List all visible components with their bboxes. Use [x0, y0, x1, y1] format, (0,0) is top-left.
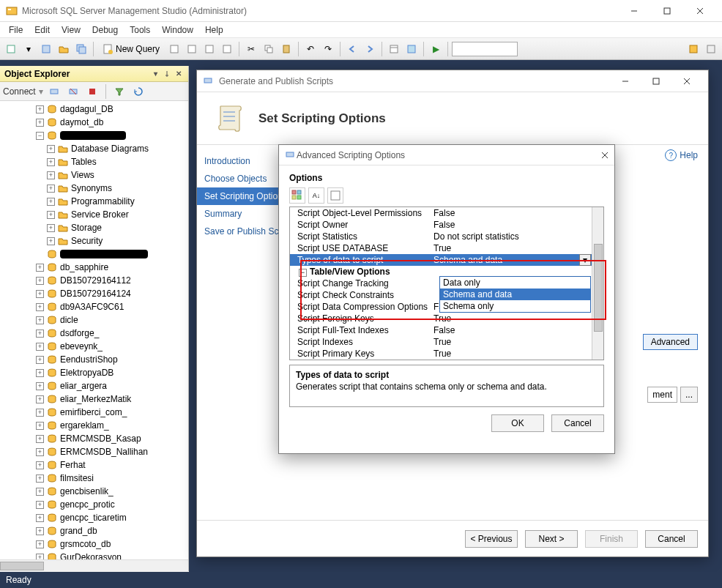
tree-toggle-icon[interactable]: +	[47, 237, 55, 245]
filter-icon[interactable]	[111, 83, 127, 100]
tree-toggle-icon[interactable]: +	[36, 356, 44, 364]
nav-fwd-icon[interactable]	[362, 41, 378, 57]
adv-cancel-button[interactable]: Cancel	[551, 414, 604, 432]
tree-toggle-icon[interactable]: +	[47, 211, 55, 219]
wizard-maximize-button[interactable]	[641, 72, 671, 91]
grid-row[interactable]: Script StatisticsDo not script statistic…	[290, 231, 592, 242]
tree-node[interactable]: +daymot_db	[0, 116, 188, 129]
tree-toggle-icon[interactable]: +	[36, 554, 44, 560]
tree-node[interactable]: +ERMCMSDB_Nallihan	[0, 445, 188, 458]
grid-row[interactable]: Types of data to scriptSchema and data	[290, 254, 592, 266]
menu-edit[interactable]: Edit	[29, 23, 56, 37]
disconnect-icon[interactable]	[65, 83, 81, 100]
tree-node[interactable]: +gencpc_ticaretim	[0, 511, 188, 524]
tree-toggle-icon[interactable]: +	[36, 264, 44, 272]
grid-row[interactable]: Script Foreign KeysTrue	[290, 313, 592, 324]
props-icon[interactable]	[386, 41, 402, 57]
tree-toggle-icon[interactable]: +	[47, 145, 55, 153]
tree-node[interactable]: +Database Diagrams	[0, 142, 188, 155]
tree-node[interactable]: +emirfiberci_com_	[0, 406, 188, 419]
database-combo[interactable]	[452, 42, 518, 56]
grid-row[interactable]: Script Primary KeysTrue	[290, 348, 592, 360]
tree-toggle-icon[interactable]: +	[47, 198, 55, 206]
tree-toggle-icon[interactable]: +	[36, 105, 44, 113]
horizontal-scrollbar[interactable]	[0, 559, 188, 571]
tree-node[interactable]: +eliar_argera	[0, 379, 188, 392]
tree-toggle-icon[interactable]: +	[36, 343, 44, 351]
tree-node[interactable]: +grsmcoto_db	[0, 537, 188, 551]
help-link[interactable]: ? Help	[665, 149, 698, 161]
save-all-icon[interactable]	[73, 41, 89, 57]
open-folder-icon[interactable]	[56, 41, 72, 57]
tree-toggle-icon[interactable]: +	[36, 119, 44, 127]
tree-node[interactable]: +ElektropyaDB	[0, 366, 188, 379]
advanced-button[interactable]: Advanced	[643, 334, 698, 350]
menu-debug[interactable]: Debug	[86, 23, 124, 37]
execute-icon[interactable]: ▶	[428, 41, 444, 57]
grid-scrollbar-thumb[interactable]	[594, 244, 603, 332]
panel-close-icon[interactable]: ✕	[174, 69, 184, 79]
tree-node[interactable]: +ergareklam_	[0, 419, 188, 432]
paste-icon[interactable]	[278, 41, 294, 57]
tree-toggle-icon[interactable]: +	[36, 330, 44, 338]
tree-node[interactable]: +gencpc_protic	[0, 498, 188, 511]
tree-toggle-icon[interactable]: +	[36, 540, 44, 548]
cancel-button[interactable]: Cancel	[645, 530, 698, 548]
ok-button[interactable]: OK	[491, 414, 544, 432]
combo-dropdown-icon[interactable]: ▾	[579, 254, 591, 266]
refresh-icon[interactable]	[130, 83, 146, 100]
next-button[interactable]: Next >	[525, 530, 578, 548]
tree-toggle-icon[interactable]: +	[36, 382, 44, 390]
dropdown-option[interactable]: Data only	[440, 277, 590, 289]
tree-node[interactable]: +Storage	[0, 221, 188, 234]
close-button[interactable]	[683, 1, 716, 21]
tree-toggle-icon[interactable]: +	[36, 409, 44, 417]
tree-toggle-icon[interactable]: −	[36, 132, 44, 140]
activity-icon[interactable]	[403, 41, 420, 57]
tree-node[interactable]: +gencbisenlik_	[0, 485, 188, 498]
script-de-icon[interactable]	[166, 41, 182, 57]
script-xmla-icon[interactable]	[219, 41, 235, 57]
wizard-close-button[interactable]	[671, 72, 702, 91]
tree-node[interactable]: +GurDekorasyon	[0, 551, 188, 559]
menu-view[interactable]: View	[56, 23, 86, 37]
maximize-button[interactable]	[650, 1, 683, 21]
options-icon[interactable]	[703, 41, 719, 57]
browse-button[interactable]: ...	[680, 387, 698, 403]
tree-node[interactable]: +DB150729164112	[0, 274, 188, 287]
tree-toggle-icon[interactable]: +	[36, 461, 44, 469]
find-icon[interactable]	[685, 41, 701, 57]
tree-node[interactable]: +dagdagul_DB	[0, 103, 188, 116]
connect-dropdown-icon[interactable]: ▾	[39, 86, 43, 97]
tree-node[interactable]: +ERMCMSDB_Kasap	[0, 432, 188, 445]
menu-window[interactable]: Window	[156, 23, 199, 37]
tree-toggle-icon[interactable]: +	[36, 422, 44, 430]
redo-icon[interactable]: ↷	[320, 41, 336, 57]
tree-node[interactable]: +dicle	[0, 313, 188, 327]
tree-toggle-icon[interactable]: +	[36, 277, 44, 285]
collapse-icon[interactable]: −	[299, 269, 307, 277]
connect-label[interactable]: Connect	[3, 86, 36, 97]
tree-node[interactable]: +db9A3AFC9C61	[0, 300, 188, 313]
sort-az-icon[interactable]: A↓	[308, 187, 324, 204]
tree-toggle-icon[interactable]: +	[36, 369, 44, 377]
tree-node[interactable]: +Security	[0, 234, 188, 248]
tree-toggle-icon[interactable]: +	[36, 527, 44, 535]
object-explorer-tree[interactable]: +dagdagul_DB+daymot_db−+Database Diagram…	[0, 101, 188, 559]
grid-row[interactable]: Script USE DATABASETrue	[290, 242, 592, 254]
grid-row[interactable]: Script IndexesTrue	[290, 336, 592, 348]
tree-node[interactable]: +Programmability	[0, 195, 188, 208]
tree-toggle-icon[interactable]: +	[47, 171, 55, 179]
property-pages-icon[interactable]	[327, 187, 343, 204]
stop-icon[interactable]	[84, 83, 100, 100]
tree-node[interactable]: +Synonyms	[0, 182, 188, 195]
copy-icon[interactable]	[261, 41, 277, 57]
tree-toggle-icon[interactable]: +	[36, 514, 44, 522]
dropdown-option[interactable]: Schema and data	[440, 289, 590, 300]
grid-row[interactable]: Script Full-Text IndexesFalse	[290, 324, 592, 336]
tree-node[interactable]: +ebeveynk_	[0, 340, 188, 353]
tree-node[interactable]: +Service Broker	[0, 208, 188, 221]
tree-node[interactable]: +db_sapphire	[0, 261, 188, 274]
tree-toggle-icon[interactable]: +	[36, 435, 44, 443]
tree-toggle-icon[interactable]: +	[36, 501, 44, 509]
